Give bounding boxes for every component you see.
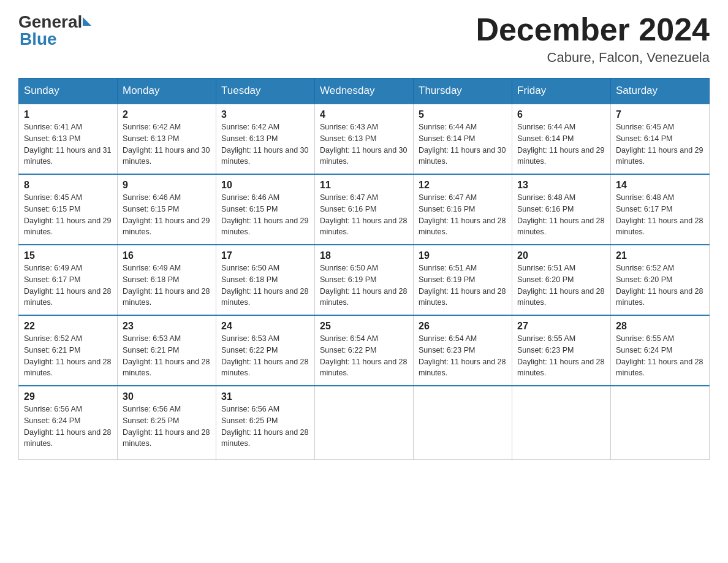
- calendar-cell: 19Sunrise: 6:51 AMSunset: 6:19 PMDayligh…: [414, 245, 512, 315]
- day-number: 26: [419, 321, 507, 332]
- calendar-header-thursday: Thursday: [414, 79, 512, 104]
- calendar-cell: 26Sunrise: 6:54 AMSunset: 6:23 PMDayligh…: [414, 315, 512, 386]
- day-number: 20: [517, 250, 605, 261]
- calendar-cell: 12Sunrise: 6:47 AMSunset: 6:16 PMDayligh…: [414, 174, 512, 245]
- day-number: 2: [123, 109, 211, 120]
- day-info: Sunrise: 6:53 AMSunset: 6:21 PMDaylight:…: [123, 333, 211, 379]
- day-number: 9: [123, 180, 211, 191]
- calendar-cell: 14Sunrise: 6:48 AMSunset: 6:17 PMDayligh…: [611, 174, 710, 245]
- calendar-header-friday: Friday: [512, 79, 611, 104]
- calendar-cell: [512, 386, 611, 459]
- calendar-week-row: 22Sunrise: 6:52 AMSunset: 6:21 PMDayligh…: [19, 315, 710, 386]
- logo: General Blue: [18, 12, 91, 49]
- day-number: 10: [221, 180, 309, 191]
- calendar-cell: 4Sunrise: 6:43 AMSunset: 6:13 PMDaylight…: [315, 104, 414, 174]
- calendar-cell: [611, 386, 710, 459]
- day-info: Sunrise: 6:56 AMSunset: 6:25 PMDaylight:…: [221, 404, 309, 450]
- calendar-cell: [414, 386, 512, 459]
- day-number: 5: [419, 109, 507, 120]
- day-number: 12: [419, 180, 507, 191]
- calendar-header-wednesday: Wednesday: [315, 79, 414, 104]
- day-number: 4: [320, 109, 408, 120]
- calendar-week-row: 1Sunrise: 6:41 AMSunset: 6:13 PMDaylight…: [19, 104, 710, 174]
- calendar-cell: 22Sunrise: 6:52 AMSunset: 6:21 PMDayligh…: [19, 315, 118, 386]
- day-number: 7: [616, 109, 704, 120]
- calendar-cell: 5Sunrise: 6:44 AMSunset: 6:14 PMDaylight…: [414, 104, 512, 174]
- calendar-cell: 13Sunrise: 6:48 AMSunset: 6:16 PMDayligh…: [512, 174, 611, 245]
- calendar-header-monday: Monday: [118, 79, 216, 104]
- day-info: Sunrise: 6:43 AMSunset: 6:13 PMDaylight:…: [320, 121, 408, 167]
- calendar-cell: 20Sunrise: 6:51 AMSunset: 6:20 PMDayligh…: [512, 245, 611, 315]
- day-number: 30: [123, 391, 211, 402]
- calendar-cell: 6Sunrise: 6:44 AMSunset: 6:14 PMDaylight…: [512, 104, 611, 174]
- day-number: 18: [320, 250, 408, 261]
- day-number: 23: [123, 321, 211, 332]
- page-header: General Blue December 2024 Cabure, Falco…: [18, 12, 710, 66]
- day-number: 31: [221, 391, 309, 402]
- day-info: Sunrise: 6:45 AMSunset: 6:15 PMDaylight:…: [24, 192, 112, 238]
- calendar-cell: 7Sunrise: 6:45 AMSunset: 6:14 PMDaylight…: [611, 104, 710, 174]
- day-number: 25: [320, 321, 408, 332]
- day-info: Sunrise: 6:56 AMSunset: 6:25 PMDaylight:…: [123, 404, 211, 450]
- day-info: Sunrise: 6:42 AMSunset: 6:13 PMDaylight:…: [221, 121, 309, 167]
- calendar-cell: 9Sunrise: 6:46 AMSunset: 6:15 PMDaylight…: [118, 174, 216, 245]
- day-number: 21: [616, 250, 704, 261]
- calendar-cell: 30Sunrise: 6:56 AMSunset: 6:25 PMDayligh…: [118, 386, 216, 459]
- day-info: Sunrise: 6:49 AMSunset: 6:18 PMDaylight:…: [123, 262, 211, 308]
- calendar-cell: 25Sunrise: 6:54 AMSunset: 6:22 PMDayligh…: [315, 315, 414, 386]
- day-number: 3: [221, 109, 309, 120]
- calendar-cell: 31Sunrise: 6:56 AMSunset: 6:25 PMDayligh…: [216, 386, 315, 459]
- day-info: Sunrise: 6:46 AMSunset: 6:15 PMDaylight:…: [123, 192, 211, 238]
- day-info: Sunrise: 6:50 AMSunset: 6:19 PMDaylight:…: [320, 262, 408, 308]
- day-info: Sunrise: 6:49 AMSunset: 6:17 PMDaylight:…: [24, 262, 112, 308]
- location-subtitle: Cabure, Falcon, Venezuela: [476, 50, 710, 66]
- day-info: Sunrise: 6:56 AMSunset: 6:24 PMDaylight:…: [24, 404, 112, 450]
- calendar-header-saturday: Saturday: [611, 79, 710, 104]
- calendar-cell: 29Sunrise: 6:56 AMSunset: 6:24 PMDayligh…: [19, 386, 118, 459]
- day-number: 13: [517, 180, 605, 191]
- calendar-cell: 24Sunrise: 6:53 AMSunset: 6:22 PMDayligh…: [216, 315, 315, 386]
- day-info: Sunrise: 6:47 AMSunset: 6:16 PMDaylight:…: [320, 192, 408, 238]
- calendar-table: SundayMondayTuesdayWednesdayThursdayFrid…: [18, 78, 710, 460]
- logo-arrow-icon: [83, 17, 91, 26]
- day-info: Sunrise: 6:51 AMSunset: 6:19 PMDaylight:…: [419, 262, 507, 308]
- day-info: Sunrise: 6:44 AMSunset: 6:14 PMDaylight:…: [517, 121, 605, 167]
- day-number: 11: [320, 180, 408, 191]
- day-info: Sunrise: 6:50 AMSunset: 6:18 PMDaylight:…: [221, 262, 309, 308]
- day-info: Sunrise: 6:52 AMSunset: 6:20 PMDaylight:…: [616, 262, 704, 308]
- calendar-cell: 2Sunrise: 6:42 AMSunset: 6:13 PMDaylight…: [118, 104, 216, 174]
- day-info: Sunrise: 6:54 AMSunset: 6:22 PMDaylight:…: [320, 333, 408, 379]
- day-info: Sunrise: 6:55 AMSunset: 6:24 PMDaylight:…: [616, 333, 704, 379]
- day-info: Sunrise: 6:41 AMSunset: 6:13 PMDaylight:…: [24, 121, 112, 167]
- day-info: Sunrise: 6:53 AMSunset: 6:22 PMDaylight:…: [221, 333, 309, 379]
- calendar-cell: 21Sunrise: 6:52 AMSunset: 6:20 PMDayligh…: [611, 245, 710, 315]
- logo-blue-text: Blue: [20, 29, 91, 49]
- calendar-cell: 3Sunrise: 6:42 AMSunset: 6:13 PMDaylight…: [216, 104, 315, 174]
- day-info: Sunrise: 6:46 AMSunset: 6:15 PMDaylight:…: [221, 192, 309, 238]
- calendar-header-row: SundayMondayTuesdayWednesdayThursdayFrid…: [19, 79, 710, 104]
- day-number: 27: [517, 321, 605, 332]
- calendar-cell: 8Sunrise: 6:45 AMSunset: 6:15 PMDaylight…: [19, 174, 118, 245]
- calendar-cell: 15Sunrise: 6:49 AMSunset: 6:17 PMDayligh…: [19, 245, 118, 315]
- calendar-cell: [315, 386, 414, 459]
- day-number: 28: [616, 321, 704, 332]
- day-info: Sunrise: 6:51 AMSunset: 6:20 PMDaylight:…: [517, 262, 605, 308]
- day-info: Sunrise: 6:44 AMSunset: 6:14 PMDaylight:…: [419, 121, 507, 167]
- calendar-week-row: 8Sunrise: 6:45 AMSunset: 6:15 PMDaylight…: [19, 174, 710, 245]
- day-number: 15: [24, 250, 112, 261]
- calendar-cell: 10Sunrise: 6:46 AMSunset: 6:15 PMDayligh…: [216, 174, 315, 245]
- calendar-week-row: 15Sunrise: 6:49 AMSunset: 6:17 PMDayligh…: [19, 245, 710, 315]
- calendar-cell: 18Sunrise: 6:50 AMSunset: 6:19 PMDayligh…: [315, 245, 414, 315]
- calendar-header-sunday: Sunday: [19, 79, 118, 104]
- day-info: Sunrise: 6:42 AMSunset: 6:13 PMDaylight:…: [123, 121, 211, 167]
- day-number: 24: [221, 321, 309, 332]
- calendar-header-tuesday: Tuesday: [216, 79, 315, 104]
- day-info: Sunrise: 6:55 AMSunset: 6:23 PMDaylight:…: [517, 333, 605, 379]
- title-section: December 2024 Cabure, Falcon, Venezuela: [476, 12, 710, 66]
- day-info: Sunrise: 6:52 AMSunset: 6:21 PMDaylight:…: [24, 333, 112, 379]
- day-info: Sunrise: 6:48 AMSunset: 6:17 PMDaylight:…: [616, 192, 704, 238]
- day-number: 14: [616, 180, 704, 191]
- day-info: Sunrise: 6:54 AMSunset: 6:23 PMDaylight:…: [419, 333, 507, 379]
- day-info: Sunrise: 6:45 AMSunset: 6:14 PMDaylight:…: [616, 121, 704, 167]
- calendar-cell: 1Sunrise: 6:41 AMSunset: 6:13 PMDaylight…: [19, 104, 118, 174]
